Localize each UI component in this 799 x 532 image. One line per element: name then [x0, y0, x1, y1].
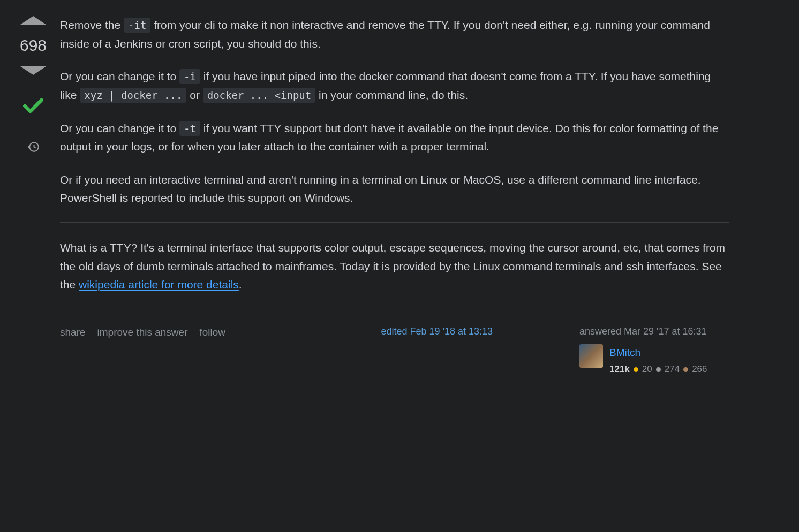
timeline-icon[interactable] [27, 140, 40, 159]
answer-post: 698 Remove the -it from your cli to make… [16, 16, 729, 377]
vote-score: 698 [20, 32, 47, 59]
bronze-count: 266 [692, 362, 707, 377]
paragraph: Remove the -it from your cli to make it … [60, 16, 729, 53]
reputation: 121k [609, 362, 630, 377]
downvote-button[interactable] [20, 66, 46, 75]
answer-body: Remove the -it from your cli to make it … [60, 16, 729, 377]
inline-code: -i [179, 69, 200, 84]
silver-badge-icon [656, 367, 661, 372]
wikipedia-link[interactable]: wikipedia article for more details [79, 278, 239, 291]
answered-timestamp: answered Mar 29 '17 at 16:31 [579, 324, 729, 340]
avatar[interactable] [579, 344, 603, 368]
gold-count: 20 [642, 362, 652, 377]
inline-code: docker ... <input [203, 88, 315, 103]
inline-code: xyz | docker ... [80, 88, 186, 103]
post-actions-row: share improve this answer follow edited … [60, 324, 729, 377]
edited-timestamp[interactable]: edited Feb 19 '18 at 13:13 [381, 324, 493, 340]
inline-code: -it [124, 18, 150, 33]
improve-link[interactable]: improve this answer [97, 324, 188, 340]
reputation-line: 121k 20 274 266 [609, 362, 707, 377]
paragraph: Or you can change it to -i if you have i… [60, 67, 729, 104]
user-name-link[interactable]: BMitch [609, 344, 707, 361]
paragraph: What is a TTY? It's a terminal interface… [60, 239, 729, 294]
user-card: answered Mar 29 '17 at 16:31 BMitch 121k… [579, 324, 729, 377]
inline-code: -t [179, 121, 200, 136]
gold-badge-icon [634, 367, 638, 372]
vote-column: 698 [16, 16, 50, 377]
divider [60, 222, 729, 223]
accepted-check-icon [20, 95, 47, 123]
paragraph: Or you can change it to -t if you want T… [60, 119, 729, 156]
share-link[interactable]: share [60, 324, 86, 340]
upvote-button[interactable] [20, 16, 46, 25]
bronze-badge-icon [683, 367, 688, 372]
follow-link[interactable]: follow [199, 324, 225, 340]
paragraph: Or if you need an interactive terminal a… [60, 171, 729, 208]
silver-count: 274 [665, 362, 680, 377]
